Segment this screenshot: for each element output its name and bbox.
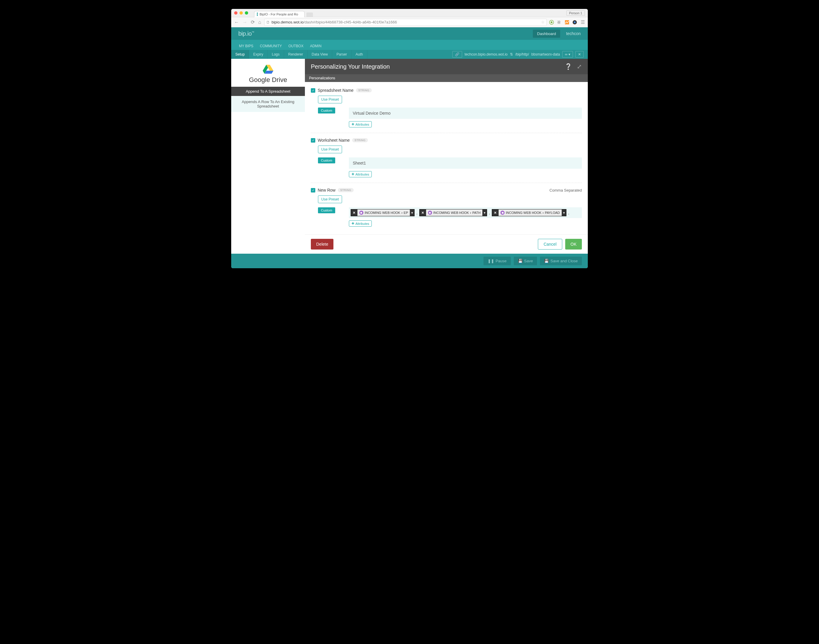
webhook-icon: ⬣ bbox=[501, 211, 505, 215]
worksheet-value-input[interactable]: Sheet1 bbox=[349, 158, 582, 169]
delete-button[interactable]: Delete bbox=[311, 239, 333, 250]
share-button[interactable]: ∞ ▾ bbox=[562, 51, 573, 58]
form-area: ✓ Spreadsheet Name STRING Use Preset Cus… bbox=[305, 82, 588, 232]
tab-logs[interactable]: Logs bbox=[268, 50, 284, 59]
close-button[interactable]: ✕ bbox=[575, 51, 584, 58]
custom-button[interactable]: Custom bbox=[318, 207, 335, 213]
chevron-down-icon[interactable]: ▾ bbox=[410, 210, 414, 216]
attributes-button[interactable]: ✚Attributes bbox=[349, 171, 372, 177]
extension-icon[interactable] bbox=[557, 20, 562, 25]
tab-setup[interactable]: Setup bbox=[231, 50, 249, 59]
url-input[interactable]: 🗋 bipio.demos.wot.io/dash#/bipio/44b6873… bbox=[264, 19, 547, 26]
token-payload[interactable]: ✕ ⬣INCOMING WEB HOOK › PAYLOAD ▾ bbox=[492, 209, 566, 216]
checkbox-icon[interactable]: ✓ bbox=[311, 188, 315, 193]
token-ep[interactable]: ✕ ⬣INCOMING WEB HOOK › EP ▾ bbox=[351, 209, 415, 216]
bip-name[interactable]: bbsmartworx-data bbox=[531, 52, 560, 57]
dashboard-button[interactable]: Dashboard bbox=[533, 30, 560, 38]
maximize-window-icon[interactable] bbox=[245, 11, 248, 15]
action-description: Appends A Row To An Existing Spreadsheet bbox=[231, 96, 305, 112]
reload-icon[interactable]: ⟳ bbox=[250, 19, 255, 25]
secondary-tabs: Setup Expiry Logs Renderer Data View Par… bbox=[231, 50, 588, 59]
user-menu[interactable]: techcon bbox=[566, 31, 581, 36]
custom-button[interactable]: Custom bbox=[318, 107, 335, 113]
expand-icon[interactable]: ⤢ bbox=[577, 63, 582, 70]
help-icon[interactable]: ❔ bbox=[565, 63, 572, 70]
pause-button[interactable]: ❚❚Pause bbox=[484, 257, 511, 265]
subtab-personalizations[interactable]: Personalizations bbox=[305, 74, 340, 82]
bookmark-star-icon[interactable]: ☆ bbox=[541, 20, 545, 25]
close-window-icon[interactable] bbox=[234, 11, 237, 15]
menu-icon[interactable]: ☰ bbox=[580, 19, 585, 25]
extension-icon[interactable] bbox=[565, 20, 569, 25]
panel-title: Personalizing Your Integration bbox=[311, 63, 390, 70]
use-preset-button[interactable]: Use Preset bbox=[318, 96, 342, 103]
save-close-button[interactable]: 💾Save and Close bbox=[540, 257, 582, 265]
profile-badge[interactable]: Person 1 bbox=[566, 11, 585, 16]
nav-outbox[interactable]: OUTBOX bbox=[288, 42, 304, 50]
extension-icon[interactable] bbox=[549, 20, 554, 25]
remove-token-icon[interactable]: ✕ bbox=[492, 210, 499, 216]
nav-mybips[interactable]: MY BIPS bbox=[238, 42, 254, 50]
link-icon-button[interactable]: 🔗 bbox=[452, 51, 462, 58]
tab-expiry[interactable]: Expiry bbox=[249, 50, 267, 59]
browser-window: b BipIO - For People and Ro Person 1 ← →… bbox=[231, 9, 588, 268]
window-controls bbox=[234, 11, 248, 15]
tab-strip: b BipIO - For People and Ro bbox=[254, 9, 313, 17]
bip-url-control: 🔗 techcon.bipio.demos.wot.io ⇅ /bip/http… bbox=[452, 51, 588, 58]
svg-point-4 bbox=[574, 21, 576, 23]
back-icon[interactable]: ← bbox=[234, 20, 240, 25]
nav-admin[interactable]: ADMIN bbox=[309, 42, 322, 50]
checkbox-icon[interactable]: ✓ bbox=[311, 138, 315, 143]
cancel-button[interactable]: Cancel bbox=[538, 239, 562, 250]
chevron-down-icon[interactable]: ▾ bbox=[562, 210, 566, 216]
browser-tab[interactable]: b BipIO - For People and Ro bbox=[254, 11, 304, 17]
tab-parser[interactable]: Parser bbox=[332, 50, 351, 59]
chevron-down-icon[interactable]: ▾ bbox=[482, 210, 487, 216]
bip-domain[interactable]: techcon.bipio.demos.wot.io bbox=[464, 52, 507, 57]
use-preset-button[interactable]: Use Preset bbox=[318, 146, 342, 153]
separator: , bbox=[488, 210, 491, 215]
field-hint: Comma Separated bbox=[550, 188, 582, 193]
tab-renderer[interactable]: Renderer bbox=[284, 50, 307, 59]
attributes-button[interactable]: ✚Attributes bbox=[349, 121, 372, 127]
forward-icon: → bbox=[242, 20, 248, 25]
ok-button[interactable]: OK bbox=[565, 239, 582, 250]
tab-auth[interactable]: Auth bbox=[352, 50, 367, 59]
minimize-window-icon[interactable] bbox=[240, 11, 243, 15]
field-label: New Row bbox=[318, 188, 335, 193]
nav-community[interactable]: COMMUNITY bbox=[259, 42, 282, 50]
spreadsheet-value-input[interactable]: Virtual Device Demo bbox=[349, 107, 582, 119]
address-bar: ← → ⟳ ⌂ 🗋 bipio.demos.wot.io/dash#/bipio… bbox=[231, 17, 588, 27]
panel-footer: Delete Cancel OK bbox=[305, 235, 588, 254]
save-button[interactable]: 💾Save bbox=[514, 257, 537, 265]
url-text: bipio.demos.wot.io/dash#/bipio/44b68738-… bbox=[272, 20, 397, 25]
field-spreadsheet: ✓ Spreadsheet Name STRING Use Preset Cus… bbox=[311, 86, 582, 133]
remove-token-icon[interactable]: ✕ bbox=[351, 210, 358, 216]
panel-subtabs: Personalizations bbox=[305, 74, 588, 82]
token-path[interactable]: ✕ ⬣INCOMING WEB HOOK › PATH ▾ bbox=[419, 209, 487, 216]
remove-token-icon[interactable]: ✕ bbox=[419, 210, 426, 216]
extension-icons: ☰ bbox=[549, 19, 585, 25]
new-tab-button[interactable] bbox=[306, 12, 313, 17]
tab-dataview[interactable]: Data View bbox=[307, 50, 332, 59]
custom-button[interactable]: Custom bbox=[318, 158, 335, 163]
extension-icon[interactable] bbox=[572, 20, 577, 25]
action-title: Append To A Spreadsheet bbox=[231, 87, 305, 96]
webhook-icon: ⬣ bbox=[428, 211, 432, 215]
type-pill: STRING bbox=[356, 88, 372, 92]
main-panel: Personalizing Your Integration ❔ ⤢ Perso… bbox=[305, 59, 588, 254]
google-drive-icon bbox=[263, 64, 274, 74]
page-icon: 🗋 bbox=[266, 20, 270, 25]
attributes-button[interactable]: ✚Attributes bbox=[349, 221, 372, 227]
panel-header: Personalizing Your Integration ❔ ⤢ bbox=[305, 59, 588, 74]
svg-point-1 bbox=[551, 21, 552, 23]
use-preset-button[interactable]: Use Preset bbox=[318, 195, 342, 203]
type-pill: STRING bbox=[352, 138, 368, 142]
field-label: Spreadsheet Name bbox=[318, 88, 353, 93]
separator: , bbox=[416, 210, 418, 215]
newrow-token-input[interactable]: ✕ ⬣INCOMING WEB HOOK › EP ▾ , ✕ ⬣INCOMIN… bbox=[349, 207, 582, 218]
logo[interactable]: bip.io™ bbox=[238, 30, 254, 37]
updown-icon[interactable]: ⇅ bbox=[510, 52, 513, 57]
home-icon[interactable]: ⌂ bbox=[258, 20, 262, 25]
checkbox-icon[interactable]: ✓ bbox=[311, 88, 315, 93]
